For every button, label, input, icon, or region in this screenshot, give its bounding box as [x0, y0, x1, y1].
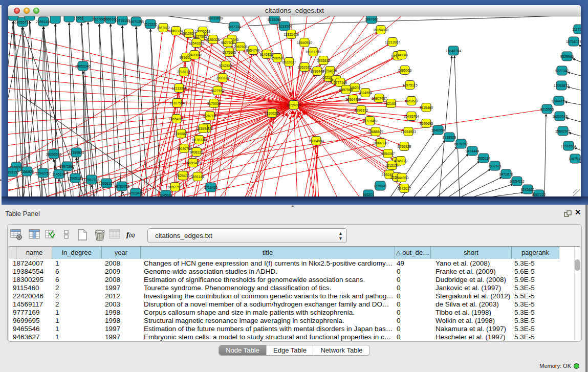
svg-text:3824554: 3824554: [359, 91, 373, 95]
svg-text:7663822: 7663822: [157, 26, 170, 30]
svg-text:10688609: 10688609: [368, 130, 383, 134]
svg-text:8678335: 8678335: [192, 138, 206, 142]
svg-text:9115460: 9115460: [420, 106, 433, 110]
svg-text:16671355: 16671355: [128, 20, 144, 24]
svg-text:17359924: 17359924: [69, 151, 84, 155]
svg-text:22420046: 22420046: [187, 53, 202, 57]
svg-text:12923486: 12923486: [128, 191, 143, 195]
svg-text:6794028: 6794028: [323, 69, 337, 73]
svg-text:2544980: 2544980: [395, 176, 409, 180]
svg-text:7625402: 7625402: [176, 174, 190, 178]
svg-text:7632621: 7632621: [488, 164, 502, 168]
svg-text:9329966: 9329966: [560, 55, 574, 58]
svg-text:10719155: 10719155: [115, 19, 130, 23]
svg-text:9084067: 9084067: [381, 152, 395, 156]
svg-text:5716465: 5716465: [204, 186, 218, 189]
svg-text:7857224: 7857224: [228, 25, 242, 29]
svg-text:1362615: 1362615: [298, 65, 312, 69]
svg-text:8813054: 8813054: [268, 18, 281, 21]
svg-text:12444159: 12444159: [551, 99, 567, 103]
svg-text:7349341: 7349341: [395, 53, 409, 57]
svg-text:8186328: 8186328: [206, 38, 220, 41]
svg-text:1335941: 1335941: [197, 127, 210, 130]
svg-text:9498222: 9498222: [190, 150, 204, 154]
svg-text:12975115: 12975115: [402, 83, 418, 87]
svg-text:8938928: 8938928: [443, 136, 456, 139]
svg-text:20206576: 20206576: [46, 152, 61, 156]
svg-text:9245011: 9245011: [159, 193, 172, 197]
svg-text:29053346: 29053346: [75, 64, 91, 68]
svg-text:8990448: 8990448: [311, 70, 324, 73]
svg-text:6497568: 6497568: [339, 88, 353, 92]
svg-text:10958107: 10958107: [99, 182, 114, 185]
svg-text:3170016: 3170016: [207, 102, 221, 105]
svg-text:3875685: 3875685: [223, 51, 236, 54]
svg-text:14099489: 14099489: [185, 161, 201, 165]
svg-text:9657791: 9657791: [168, 185, 182, 189]
svg-text:1167533: 1167533: [569, 157, 581, 161]
svg-text:6879197: 6879197: [454, 142, 468, 146]
svg-text:9860124: 9860124: [169, 29, 183, 33]
svg-text:8215955: 8215955: [540, 107, 554, 111]
svg-text:17957223: 17957223: [84, 178, 99, 182]
svg-text:1393157: 1393157: [8, 170, 19, 174]
svg-text:1640954: 1640954: [431, 128, 445, 132]
svg-text:2887682: 2887682: [365, 17, 379, 21]
svg-text:9474444: 9474444: [466, 149, 480, 153]
svg-text:2803144: 2803144: [216, 76, 230, 80]
svg-text:3427552: 3427552: [211, 89, 225, 93]
svg-text:1136141: 1136141: [374, 184, 387, 188]
svg-text:10807487: 10807487: [372, 97, 387, 100]
svg-text:8471676: 8471676: [499, 172, 513, 176]
svg-text:8454749: 8454749: [246, 49, 260, 52]
svg-text:16648784: 16648784: [446, 49, 461, 53]
svg-text:2718176: 2718176: [177, 70, 191, 74]
svg-text:1117203: 1117203: [572, 28, 581, 31]
svg-text:1145194: 1145194: [52, 172, 66, 176]
svg-text:18640910: 18640910: [297, 41, 312, 45]
svg-text:2588520: 2588520: [271, 56, 285, 60]
svg-text:4746120: 4746120: [394, 159, 408, 163]
svg-text:9245652: 9245652: [521, 188, 535, 191]
svg-text:9227342: 9227342: [555, 69, 569, 73]
svg-text:9146821: 9146821: [260, 53, 274, 56]
svg-text:7386372: 7386372: [355, 108, 368, 112]
svg-text:7515526: 7515526: [144, 23, 158, 26]
svg-text:18300295: 18300295: [265, 112, 280, 115]
svg-text:9699695: 9699695: [420, 122, 433, 125]
svg-text:15692971: 15692971: [555, 129, 571, 133]
svg-text:12905135: 12905135: [68, 177, 83, 180]
svg-text:19654963: 19654963: [169, 117, 184, 121]
svg-text:7955812: 7955812: [317, 59, 331, 62]
svg-text:13325419: 13325419: [284, 33, 299, 36]
svg-text:20364436: 20364436: [345, 98, 361, 101]
svg-text:19384554: 19384554: [309, 139, 324, 143]
svg-text:62160: 62160: [386, 102, 396, 105]
svg-text:19218506: 19218506: [277, 25, 292, 28]
svg-text:15495764: 15495764: [404, 115, 419, 118]
svg-text:1156829: 1156829: [20, 170, 34, 173]
svg-text:9527505: 9527505: [221, 41, 235, 45]
svg-text:10975867: 10975867: [59, 165, 75, 168]
svg-text:16961758: 16961758: [306, 50, 321, 54]
svg-text:16782759: 16782759: [114, 185, 129, 188]
svg-text:3342617: 3342617: [398, 187, 411, 190]
svg-text:16210643: 16210643: [552, 115, 568, 118]
svg-text:2967608: 2967608: [234, 45, 248, 49]
svg-text:16154838: 16154838: [373, 28, 388, 32]
svg-text:9777169: 9777169: [334, 81, 347, 84]
svg-text:1691144: 1691144: [191, 175, 204, 179]
svg-text:8087222: 8087222: [532, 193, 546, 196]
svg-text:17016504: 17016504: [561, 144, 576, 148]
svg-text:9463627: 9463627: [405, 99, 419, 103]
svg-text:9242848: 9242848: [219, 64, 233, 68]
svg-text:10654112: 10654112: [509, 180, 525, 183]
svg-text:15720407: 15720407: [362, 119, 378, 123]
svg-text:12942757: 12942757: [35, 171, 51, 175]
svg-text:15267150: 15267150: [202, 114, 217, 118]
svg-text:19654923: 19654923: [401, 130, 416, 134]
svg-text:19166827: 19166827: [173, 132, 189, 136]
svg-text:20691406: 20691406: [36, 20, 51, 24]
svg-text:18724007: 18724007: [286, 103, 301, 107]
svg-text:2935114: 2935114: [477, 157, 490, 160]
